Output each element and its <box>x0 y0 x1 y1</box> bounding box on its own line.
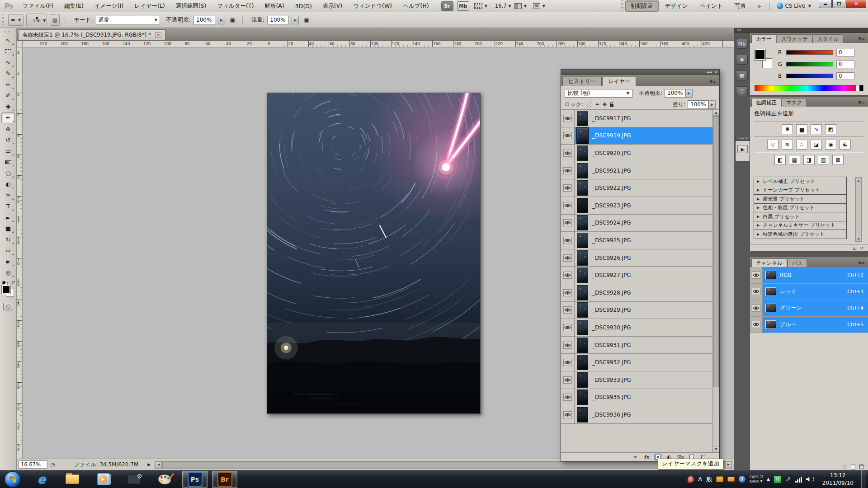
layer-row[interactable]: _DSC9922.JPG <box>561 179 712 197</box>
layer-thumbnail[interactable] <box>577 355 588 370</box>
toggle-brush-panel-button[interactable]: ▤ <box>50 14 60 26</box>
launch-bridge-button[interactable]: Br <box>441 1 453 11</box>
taskbar-bridge-button[interactable]: Br <box>212 471 237 488</box>
eye-icon[interactable] <box>563 359 572 366</box>
flow-input[interactable]: 100% <box>267 16 289 24</box>
layer-row[interactable]: _DSC9936.JPG <box>561 406 712 424</box>
start-button[interactable] <box>5 471 21 488</box>
launch-mini-bridge-button[interactable]: Mb <box>457 1 469 11</box>
eye-icon[interactable] <box>563 324 572 331</box>
layer-thumbnail[interactable] <box>577 407 588 422</box>
tool-move[interactable]: ↖ <box>1 35 15 46</box>
channel-visibility-cell[interactable] <box>750 284 763 300</box>
menu-item-8[interactable]: 表示(V) <box>317 0 348 12</box>
layer-row[interactable]: _DSC9932.JPG <box>561 354 712 371</box>
layer-content[interactable]: _DSC9921.JPG <box>575 162 712 179</box>
layer-visibility-cell[interactable] <box>561 197 575 214</box>
scroll-thumb[interactable] <box>713 116 719 387</box>
adjustment-invert-icon[interactable]: ◧ <box>774 155 786 165</box>
layer-row[interactable]: _DSC9923.JPG <box>561 197 712 215</box>
layer-row[interactable]: _DSC9933.JPG <box>561 371 712 389</box>
channel-value-input[interactable]: 0 <box>836 61 854 68</box>
layer-thumbnail[interactable] <box>577 372 588 388</box>
layer-thumbnail[interactable] <box>577 233 588 248</box>
eye-icon[interactable] <box>752 305 760 312</box>
panel-menu-icon[interactable]: ▼≡ <box>707 80 719 86</box>
channel-value-input[interactable]: 0 <box>836 72 854 80</box>
layer-content[interactable]: _DSC9928.JPG <box>575 284 712 301</box>
tool-pen[interactable]: ✑ <box>1 190 15 201</box>
tab-チャンネル[interactable]: チャンネル <box>751 258 787 267</box>
adjustment-photo-filter-icon[interactable]: ◉ <box>825 140 836 150</box>
tool-crop[interactable]: ✂ <box>1 79 15 90</box>
menu-item-2[interactable]: イメージ(I) <box>89 0 129 12</box>
layer-row[interactable]: _DSC9927.JPG <box>561 267 712 284</box>
menu-item-1[interactable]: 編集(E) <box>59 0 89 12</box>
layer-opacity-input[interactable]: 100% <box>665 89 685 98</box>
adjustment-exposure-icon[interactable]: ◩ <box>825 124 836 134</box>
scroll-up-icon[interactable]: ▲ <box>713 109 719 116</box>
shortcut-tray-icon[interactable]: ↗ <box>785 475 791 483</box>
tab-スタイル[interactable]: スタイル <box>813 34 843 43</box>
adjustment-threshold-icon[interactable]: ◨ <box>803 155 815 165</box>
tool-3d-roll[interactable]: ∾ <box>1 245 15 257</box>
layers-scrollbar[interactable]: ▲ ▼ <box>712 109 719 452</box>
volume-icon[interactable] <box>806 477 811 482</box>
quick-mask-button[interactable] <box>3 303 13 310</box>
panel-titlebar[interactable]: ◄◄✕ <box>561 70 719 75</box>
preset-row[interactable]: ▶特定色域の選択 プリセット <box>754 230 847 239</box>
tool-hand[interactable]: ☛ <box>1 256 15 267</box>
menu-item-3[interactable]: レイヤー(L) <box>129 0 170 12</box>
layer-visibility-cell[interactable] <box>561 215 575 232</box>
taskbar-media-player[interactable]: ▶ <box>93 470 113 488</box>
tool-3d-rotate[interactable]: ↻ <box>1 234 15 245</box>
lock-position-icon[interactable]: ✥ <box>603 102 607 108</box>
close-icon[interactable]: ✕ <box>745 136 748 141</box>
action-center-icon[interactable]: ! <box>688 476 694 483</box>
workspace-初期設定[interactable]: 初期設定 <box>625 0 659 12</box>
tool-lasso[interactable]: ∿ <box>1 57 15 68</box>
restore-button[interactable] <box>832 0 845 8</box>
tool-zoom[interactable]: ◎ <box>1 267 15 279</box>
show-hidden-icons-button[interactable]: ▲ <box>767 477 770 481</box>
adjustment-brightness-contrast-icon[interactable]: ✺ <box>782 124 793 134</box>
layer-content[interactable]: _DSC9923.JPG <box>575 197 712 214</box>
layer-content[interactable]: _DSC9930.JPG <box>575 319 712 336</box>
layer-content[interactable]: _DSC9917.JPG <box>575 110 712 127</box>
eye-icon[interactable] <box>563 202 572 209</box>
taskbar-clock[interactable]: 13:12 2011/09/10 <box>819 472 857 486</box>
lock-pixels-icon[interactable]: ✒ <box>595 102 599 108</box>
layer-row[interactable]: _DSC9926.JPG <box>561 249 712 267</box>
menu-item-7[interactable]: 3D(D) <box>290 0 317 12</box>
minimize-button[interactable]: ▬ <box>819 0 832 8</box>
layer-thumbnail[interactable] <box>577 285 588 300</box>
adjustment-hue-saturation-icon[interactable]: ≋ <box>782 140 793 150</box>
screen-mode-button[interactable]: ▼ <box>533 3 545 9</box>
ime-tools-icon[interactable] <box>727 477 735 482</box>
info-panel-icon[interactable]: ⓘ <box>736 86 748 96</box>
tablet-opacity-icon[interactable]: ◉ <box>230 16 236 24</box>
ime-toolbox-icon[interactable] <box>716 476 723 482</box>
sync-tray-icon[interactable]: ⇅ <box>774 476 781 483</box>
tool-healing-brush[interactable]: ✚ <box>1 101 15 113</box>
eye-icon[interactable] <box>563 306 572 314</box>
layer-visibility-cell[interactable] <box>561 284 575 301</box>
ime-conversion-indicator[interactable]: 般 <box>706 476 712 482</box>
arrange-documents-button[interactable]: ▼ <box>514 3 527 9</box>
taskbar-device-manager[interactable] <box>124 470 144 488</box>
layer-thumbnail[interactable] <box>577 389 588 405</box>
layer-content[interactable]: _DSC9926.JPG <box>575 249 712 267</box>
blend-mode-select[interactable]: 通常▼ <box>96 16 160 24</box>
airbrush-icon[interactable]: ◉ <box>303 16 309 24</box>
swap-colors-icon[interactable]: ⇄ <box>11 280 15 285</box>
navigator-panel-icon[interactable]: ▦ <box>736 70 748 80</box>
scroll-down-icon[interactable]: ▼ <box>856 236 861 241</box>
eye-icon[interactable] <box>563 150 572 157</box>
eye-icon[interactable] <box>563 132 572 139</box>
taskbar-explorer[interactable] <box>62 470 82 488</box>
taskbar-paint[interactable] <box>155 470 175 488</box>
preset-row[interactable]: ▶レベル補正 プリセット <box>754 177 847 186</box>
tool-path-selection[interactable]: ► <box>1 212 15 223</box>
eye-icon[interactable] <box>563 411 572 418</box>
eye-icon[interactable] <box>563 115 572 122</box>
